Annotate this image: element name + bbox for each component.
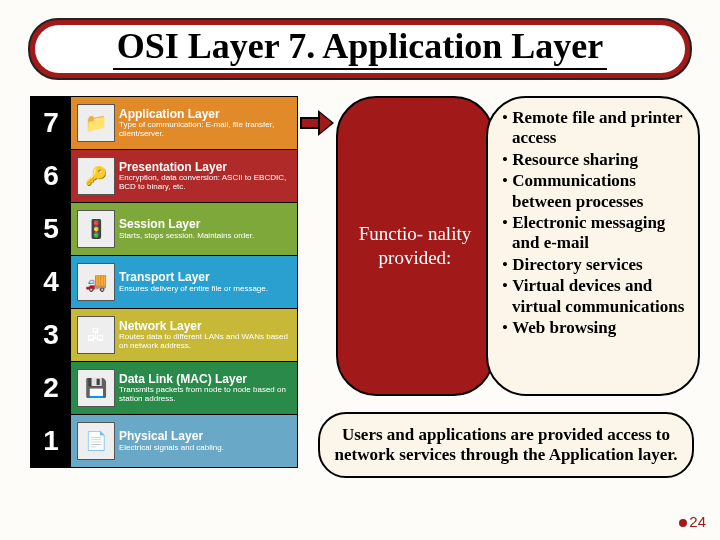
- functionality-bullets: Remote file and printer accessResource s…: [502, 108, 688, 338]
- nic-icon: 💾: [77, 369, 115, 407]
- layer-row: 5🚦Session LayerStarts, stops session. Ma…: [30, 202, 298, 256]
- key-icon: 🔑: [77, 157, 115, 195]
- layer-desc: Type of communication: E-mail, file tran…: [119, 121, 293, 138]
- osi-layers-column: 7📁Application LayerType of communication…: [30, 96, 298, 467]
- layer-number: 3: [31, 309, 71, 361]
- layer-number: 1: [31, 415, 71, 467]
- layer-number: 6: [31, 150, 71, 202]
- layer-body: 📁Application LayerType of communication:…: [71, 97, 297, 149]
- functionality-bullets-block: Remote file and printer accessResource s…: [486, 96, 700, 396]
- layer-desc: Starts, stops session. Maintains order.: [119, 232, 293, 240]
- layer-name: Application Layer: [119, 108, 293, 121]
- layer-number: 4: [31, 256, 71, 308]
- bullet-item: Electronic messaging and e-mail: [502, 213, 688, 254]
- functionality-label: Functio- nality provided:: [338, 222, 492, 270]
- layer-body: 🖧Network LayerRoutes data to different L…: [71, 309, 297, 361]
- slide-title-frame: OSI Layer 7. Application Layer: [28, 18, 692, 80]
- layer-desc: Encryption, data conversion: ASCII to EB…: [119, 174, 293, 191]
- summary-text: Users and applications are provided acce…: [318, 412, 694, 478]
- layer-row: 3🖧Network LayerRoutes data to different …: [30, 308, 298, 362]
- layer-row: 4🚚Transport LayerEnsures delivery of ent…: [30, 255, 298, 309]
- slide-title: OSI Layer 7. Application Layer: [113, 28, 607, 70]
- layer-body: 🔑Presentation LayerEncryption, data conv…: [71, 150, 297, 202]
- bullet-item: Resource sharing: [502, 150, 688, 170]
- traffic-light-icon: 🚦: [77, 210, 115, 248]
- layer-row: 2💾Data Link (MAC) LayerTransmits packets…: [30, 361, 298, 415]
- layer-desc: Electrical signals and cabling.: [119, 444, 293, 452]
- layer-name: Data Link (MAC) Layer: [119, 373, 293, 386]
- bullet-dot-icon: [679, 519, 687, 527]
- folder-icon: 📁: [77, 104, 115, 142]
- bullet-item: Virtual devices and virtual communicatio…: [502, 276, 688, 317]
- layer-name: Physical Layer: [119, 430, 293, 443]
- layer-name: Presentation Layer: [119, 161, 293, 174]
- slide-title-inner: OSI Layer 7. Application Layer: [35, 25, 685, 73]
- layer-desc: Routes data to different LANs and WANs b…: [119, 333, 293, 350]
- layer-desc: Transmits packets from node to node base…: [119, 386, 293, 403]
- bullet-item: Remote file and printer access: [502, 108, 688, 149]
- truck-icon: 🚚: [77, 263, 115, 301]
- layer-name: Session Layer: [119, 218, 293, 231]
- functionality-label-block: Functio- nality provided:: [336, 96, 494, 396]
- layer-body: 📄Physical LayerElectrical signals and ca…: [71, 415, 297, 467]
- bullet-item: Communications between processes: [502, 171, 688, 212]
- layer-body: 🚦Session LayerStarts, stops session. Mai…: [71, 203, 297, 255]
- page-number: 24: [679, 513, 706, 530]
- bullet-item: Web browsing: [502, 318, 688, 338]
- layer-body: 🚚Transport LayerEnsures delivery of enti…: [71, 256, 297, 308]
- layer-row: 1📄Physical LayerElectrical signals and c…: [30, 414, 298, 468]
- arrow-icon: [300, 112, 336, 134]
- layer-body: 💾Data Link (MAC) LayerTransmits packets …: [71, 362, 297, 414]
- bullet-item: Directory services: [502, 255, 688, 275]
- layer-row: 6🔑Presentation LayerEncryption, data con…: [30, 149, 298, 203]
- layer-name: Network Layer: [119, 320, 293, 333]
- page-icon: 📄: [77, 422, 115, 460]
- layer-row: 7📁Application LayerType of communication…: [30, 96, 298, 150]
- layer-number: 2: [31, 362, 71, 414]
- layer-name: Transport Layer: [119, 271, 293, 284]
- layer-number: 7: [31, 97, 71, 149]
- layer-desc: Ensures delivery of entire file or messa…: [119, 285, 293, 293]
- layer-number: 5: [31, 203, 71, 255]
- router-icon: 🖧: [77, 316, 115, 354]
